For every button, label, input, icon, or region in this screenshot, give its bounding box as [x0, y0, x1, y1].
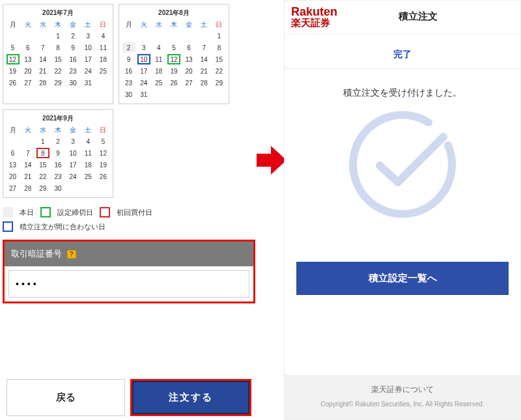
- calendar-day[interactable]: 25: [152, 77, 165, 88]
- calendar-day[interactable]: 12: [7, 54, 20, 64]
- calendar-day[interactable]: 30: [66, 77, 79, 88]
- calendar-day[interactable]: 1: [36, 136, 49, 147]
- calendar-day[interactable]: 20: [21, 66, 35, 76]
- calendar-day[interactable]: 9: [66, 42, 79, 53]
- calendar-day[interactable]: 9: [122, 54, 135, 64]
- calendar-day[interactable]: 18: [81, 160, 94, 170]
- calendar-day[interactable]: 27: [182, 77, 195, 88]
- calendar-day[interactable]: 5: [7, 42, 20, 53]
- pin-input[interactable]: [8, 270, 249, 298]
- calendar-day[interactable]: 29: [36, 183, 49, 193]
- calendar-day[interactable]: 15: [51, 54, 64, 64]
- calendar-day[interactable]: 1: [51, 31, 64, 41]
- calendar-day[interactable]: 10: [137, 54, 150, 64]
- calendar-day[interactable]: 26: [7, 77, 20, 88]
- calendar-day[interactable]: 11: [81, 148, 94, 158]
- calendar-day[interactable]: 10: [81, 42, 94, 53]
- calendar-day[interactable]: 24: [81, 66, 94, 76]
- calendar-day[interactable]: 13: [21, 54, 35, 64]
- calendar-day[interactable]: 19: [7, 66, 20, 76]
- calendar-day[interactable]: 7: [21, 148, 35, 158]
- help-icon[interactable]: ?: [67, 250, 76, 259]
- calendar-day[interactable]: 20: [7, 171, 20, 182]
- calendar-day[interactable]: 4: [81, 136, 94, 147]
- calendar-day[interactable]: 22: [36, 171, 49, 182]
- calendar-day[interactable]: 14: [36, 54, 49, 64]
- calendar-day[interactable]: 10: [66, 148, 79, 158]
- calendar-day[interactable]: 12: [167, 54, 180, 64]
- calendar-day[interactable]: 13: [182, 54, 195, 64]
- calendar-day[interactable]: 22: [51, 66, 64, 76]
- calendar-day[interactable]: 25: [96, 66, 109, 76]
- calendar-day[interactable]: 28: [36, 77, 49, 88]
- calendar-day[interactable]: 30: [51, 183, 64, 193]
- logo-en: Rakuten: [291, 6, 337, 18]
- calendar-day[interactable]: 31: [81, 77, 94, 88]
- calendar-day[interactable]: 21: [21, 171, 35, 182]
- calendar-day[interactable]: 28: [21, 183, 35, 193]
- calendar-day[interactable]: 18: [96, 54, 109, 64]
- calendar-day[interactable]: 17: [81, 54, 94, 64]
- calendar-day[interactable]: 7: [36, 42, 49, 53]
- calendar-day[interactable]: 5: [167, 42, 180, 53]
- calendar-day[interactable]: 21: [36, 66, 49, 76]
- calendar-day[interactable]: 8: [36, 148, 49, 158]
- calendar-day[interactable]: 7: [197, 42, 210, 53]
- calendar-day[interactable]: 5: [96, 136, 109, 147]
- calendar-day[interactable]: 14: [21, 160, 35, 170]
- calendar-day[interactable]: 8: [212, 42, 225, 53]
- calendar-day[interactable]: 29: [51, 77, 64, 88]
- calendar-day[interactable]: 25: [81, 171, 94, 182]
- calendar-day[interactable]: 3: [66, 136, 79, 147]
- calendar-day[interactable]: 31: [137, 89, 150, 100]
- calendar-day[interactable]: 26: [167, 77, 180, 88]
- calendar-day[interactable]: 14: [197, 54, 210, 64]
- calendar-day[interactable]: 3: [81, 31, 94, 41]
- calendar-day[interactable]: 24: [137, 77, 150, 88]
- order-button[interactable]: 注文する: [132, 381, 249, 414]
- calendar-day[interactable]: 11: [152, 54, 165, 64]
- calendar-day[interactable]: 16: [51, 160, 64, 170]
- calendar-day[interactable]: 17: [66, 160, 79, 170]
- calendar-day[interactable]: 15: [36, 160, 49, 170]
- calendar-day[interactable]: 4: [96, 31, 109, 41]
- calendar-day[interactable]: 16: [66, 54, 79, 64]
- calendar-day[interactable]: 6: [21, 42, 35, 53]
- calendar-day[interactable]: 4: [152, 42, 165, 53]
- calendar-day[interactable]: 27: [21, 77, 35, 88]
- calendar-day[interactable]: 30: [122, 89, 135, 100]
- calendar-day[interactable]: 11: [96, 42, 109, 53]
- calendar: 2021年9月月火水木金土日12345678910111213141516171…: [3, 109, 113, 198]
- calendar-day[interactable]: 29: [212, 77, 225, 88]
- calendar-day[interactable]: 24: [66, 171, 79, 182]
- calendar-day[interactable]: 2: [51, 136, 64, 147]
- calendar-day[interactable]: 2: [66, 31, 79, 41]
- about-link[interactable]: 楽天証券について: [285, 384, 520, 395]
- calendar-day[interactable]: 9: [51, 148, 64, 158]
- calendar-day[interactable]: 19: [167, 66, 180, 76]
- calendar-day[interactable]: 23: [66, 66, 79, 76]
- calendar-day[interactable]: 16: [122, 66, 135, 76]
- calendar-day[interactable]: 20: [182, 66, 195, 76]
- calendar-day[interactable]: 6: [7, 148, 20, 158]
- calendar-day[interactable]: 18: [152, 66, 165, 76]
- calendar-day[interactable]: 28: [197, 77, 210, 88]
- calendar-day[interactable]: 23: [51, 171, 64, 182]
- calendar-day[interactable]: 22: [212, 66, 225, 76]
- calendar-day[interactable]: 19: [96, 160, 109, 170]
- calendar-day[interactable]: 27: [7, 183, 20, 193]
- calendar-day[interactable]: 3: [137, 42, 150, 53]
- calendar-day[interactable]: 26: [96, 171, 109, 182]
- back-button[interactable]: 戻る: [7, 379, 125, 416]
- calendar-day[interactable]: 21: [197, 66, 210, 76]
- calendar-day[interactable]: 17: [137, 66, 150, 76]
- settings-list-button[interactable]: 積立設定一覧へ: [296, 262, 509, 295]
- calendar-day[interactable]: 6: [182, 42, 195, 53]
- calendar-day[interactable]: 1: [212, 31, 225, 41]
- calendar-day[interactable]: 12: [96, 148, 109, 158]
- calendar-day[interactable]: 23: [122, 77, 135, 88]
- calendar-day[interactable]: 13: [7, 160, 20, 170]
- calendar-day[interactable]: 8: [51, 42, 64, 53]
- calendar-day[interactable]: 15: [212, 54, 225, 64]
- calendar-day[interactable]: 2: [122, 42, 135, 53]
